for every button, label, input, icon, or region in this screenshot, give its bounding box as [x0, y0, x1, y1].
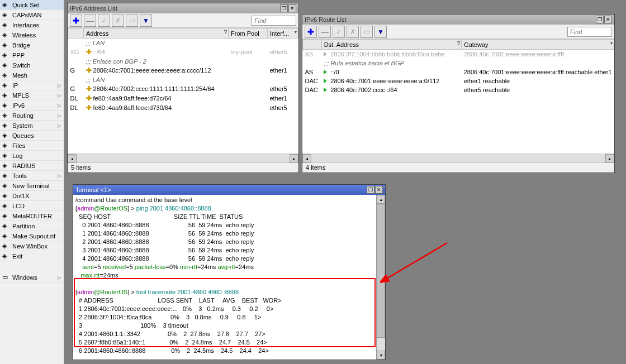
- table-row[interactable]: ;;; LAN: [68, 75, 298, 84]
- menu-icon: ◈: [2, 11, 10, 19]
- sidebar-item-dot1x[interactable]: ◈Dot1X: [0, 191, 64, 201]
- sidebar-item-make-supout.rif[interactable]: ◈Make Supout.rif: [0, 231, 64, 241]
- sidebar-item-new-winbox[interactable]: ◈New WinBox: [0, 241, 64, 251]
- v-scrollbar[interactable]: ▴ ▾: [376, 195, 385, 360]
- window-title: IPv6 Route List: [305, 16, 347, 23]
- menu-icon: ◈: [2, 162, 10, 170]
- window-title: Terminal <1>: [75, 186, 111, 193]
- find-input[interactable]: [252, 16, 296, 26]
- sidebar-item-bridge[interactable]: ◈Bridge: [0, 40, 64, 50]
- h-scrollbar[interactable]: ◂ ▸: [68, 154, 298, 162]
- titlebar[interactable]: IPv6 Route List ❐ ✕: [302, 15, 614, 25]
- col-address[interactable]: Address∇: [84, 28, 229, 39]
- sidebar-label: CAPsMAN: [12, 12, 42, 18]
- menu-icon: ◈: [2, 21, 10, 29]
- sidebar-item-ppp[interactable]: ◈PPP: [0, 50, 64, 60]
- sidebar-item-windows[interactable]: ▭ Windows ▷: [0, 272, 64, 282]
- sidebar-label: Queues: [12, 132, 34, 139]
- sidebar-item-mesh[interactable]: ◈Mesh: [0, 70, 64, 80]
- enable-button[interactable]: ✓: [98, 15, 110, 27]
- scroll-left-button[interactable]: ◂: [68, 154, 77, 163]
- chevron-icon: ▷: [58, 113, 61, 118]
- table-row[interactable]: XS 2806:3f7:1004:bbbb:bbbb:bbbb:f0ca:beb…: [303, 50, 614, 59]
- table-row[interactable]: G✚ 2806:40c:7002:cccc:1111:1111:1111:254…: [68, 84, 298, 94]
- comment-button[interactable]: ▭: [126, 15, 138, 27]
- enable-button[interactable]: ✓: [333, 26, 345, 38]
- restore-button[interactable]: ❐: [367, 186, 374, 194]
- sidebar-item-tools[interactable]: ◈Tools▷: [0, 171, 64, 181]
- sidebar-item-routing[interactable]: ◈Routing▷: [0, 111, 64, 121]
- scroll-right-button[interactable]: ▸: [605, 154, 614, 163]
- filter-button[interactable]: ▼: [140, 15, 152, 27]
- sidebar-item-switch[interactable]: ◈Switch: [0, 60, 64, 70]
- col-flag[interactable]: [303, 40, 322, 50]
- menu-icon: ◈: [2, 192, 10, 200]
- sidebar-item-new-terminal[interactable]: ◈New Terminal: [0, 181, 64, 191]
- table-row[interactable]: ;;; Ruta estatica hacia el BGP: [303, 59, 614, 68]
- sidebar-label: Files: [12, 142, 25, 149]
- table-row[interactable]: DAC 2806:40c:7002:cccc::/64ether5 reacha…: [303, 85, 614, 94]
- sidebar-item-exit[interactable]: ◈Exit: [0, 251, 64, 261]
- col-gateway[interactable]: Gateway▾: [462, 40, 614, 50]
- sidebar-item-system[interactable]: ◈System▷: [0, 121, 64, 131]
- find-input[interactable]: [567, 27, 612, 37]
- sidebar-item-mpls[interactable]: ◈MPLS▷: [0, 90, 64, 100]
- close-button[interactable]: ✕: [288, 4, 296, 12]
- close-button[interactable]: ✕: [375, 186, 383, 194]
- scroll-up-button[interactable]: ▴: [377, 195, 385, 204]
- sidebar-item-files[interactable]: ◈Files: [0, 141, 64, 151]
- table-row[interactable]: DAC 2806:40c:7001:eeee:eeee:eeee:a:0/112…: [303, 76, 614, 85]
- sidebar-item-lcd[interactable]: ◈LCD: [0, 201, 64, 211]
- sidebar-item-radius[interactable]: ◈RADIUS: [0, 161, 64, 171]
- titlebar[interactable]: IPv6 Address List ❐ ✕: [68, 3, 298, 13]
- col-dst[interactable]: Dst. Address∇: [321, 40, 462, 50]
- sidebar-item-wireless[interactable]: ◈Wireless: [0, 30, 64, 40]
- table-row[interactable]: ;;; LAN: [68, 39, 298, 47]
- term-line: 3 2001:4860:4860::8888 56 59 24ms echo r…: [75, 246, 383, 255]
- col-interface[interactable]: Interf...▾: [268, 28, 298, 39]
- sidebar-label: New Terminal: [12, 183, 49, 189]
- remove-button[interactable]: —: [319, 26, 331, 38]
- table-row[interactable]: G✚ 2806:40c:7001:eeee:eeee:eeee:a:cccc/1…: [68, 66, 298, 75]
- add-button[interactable]: ✚: [305, 26, 317, 38]
- term-line: 2 2001:4860:4860::8888 56 59 24ms echo r…: [75, 238, 383, 246]
- route-grid[interactable]: Dst. Address∇ Gateway▾ XS 2806:3f7:1004:…: [302, 39, 614, 154]
- chevron-icon: ▷: [58, 173, 61, 179]
- sidebar-item-interfaces[interactable]: ◈Interfaces: [0, 20, 64, 30]
- sidebar-item-queues[interactable]: ◈Queues: [0, 131, 64, 141]
- col-frompool[interactable]: From Pool: [229, 28, 268, 39]
- sidebar-item-ipv6[interactable]: ◈IPv6▷: [0, 100, 64, 111]
- filter-button[interactable]: ▼: [374, 26, 387, 38]
- sidebar-label: Mesh: [12, 72, 27, 79]
- scroll-right-button[interactable]: ▸: [290, 154, 298, 163]
- sidebar-item-log[interactable]: ◈Log: [0, 151, 64, 161]
- comment-button[interactable]: ▭: [361, 26, 373, 38]
- add-button[interactable]: ✚: [70, 15, 82, 27]
- scroll-down-button[interactable]: ▾: [377, 351, 385, 360]
- table-row[interactable]: ;;; Enlace con BGP - 2: [68, 57, 298, 66]
- titlebar[interactable]: Terminal <1> ❐ ✕: [73, 185, 385, 195]
- table-row[interactable]: XG✚ ::/64my-poolether5: [68, 47, 298, 57]
- scroll-left-button[interactable]: ◂: [302, 154, 311, 163]
- address-icon: ✚: [86, 85, 92, 93]
- sidebar-label: Windows: [12, 274, 37, 281]
- restore-button[interactable]: ❐: [280, 4, 288, 12]
- h-scrollbar[interactable]: ◂ ▸: [302, 154, 614, 162]
- disable-button[interactable]: ✗: [112, 15, 124, 27]
- close-button[interactable]: ✕: [604, 16, 612, 23]
- col-flag[interactable]: [68, 28, 84, 39]
- sidebar-item-partition[interactable]: ◈Partition: [0, 221, 64, 231]
- sidebar-label: PPP: [12, 52, 25, 59]
- disable-button[interactable]: ✗: [347, 26, 359, 38]
- table-row[interactable]: DL✚ fe80::4aa9:8aff:feee:d72c/64ether1: [68, 94, 298, 103]
- sidebar-item-capsman[interactable]: ◈CAPsMAN: [0, 10, 64, 20]
- remove-button[interactable]: —: [84, 15, 96, 27]
- table-row[interactable]: AS ::/02806:40c:7001:eeee:eeee:eeee:a:ff…: [303, 68, 614, 76]
- sidebar-item-metarouter[interactable]: ◈MetaROUTER: [0, 211, 64, 221]
- address-grid[interactable]: Address∇ From Pool Interf...▾ ;;; LANXG✚…: [68, 28, 298, 154]
- sidebar-item-ip[interactable]: ◈IP▷: [0, 80, 64, 90]
- restore-button[interactable]: ❐: [596, 16, 604, 23]
- table-row[interactable]: DL✚ fe80::4aa9:8aff:feee:d730/64ether5: [68, 103, 298, 113]
- sidebar-item-quick-set[interactable]: ◈Quick Set: [0, 0, 64, 10]
- scroll-thumb[interactable]: [377, 204, 385, 338]
